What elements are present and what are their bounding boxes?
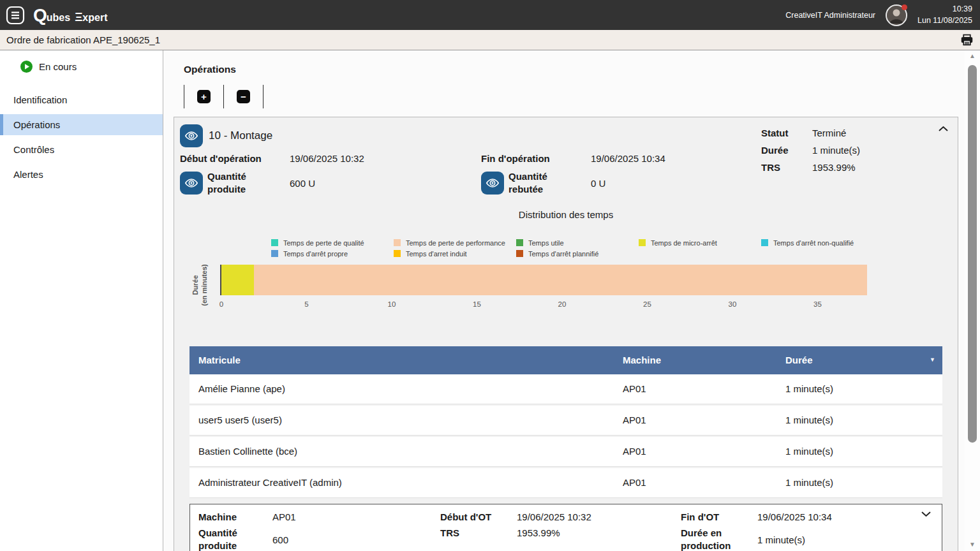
quantite-produite-ot-value: 600	[272, 534, 440, 545]
view-operation-button[interactable]	[180, 124, 203, 147]
time-distribution-chart: Durée (en minutes) 05101520253035	[174, 263, 958, 317]
table-row[interactable]: Administrateur CreativeIT (admin)AP011 m…	[189, 468, 942, 498]
logged-in-user: CreativeIT Administrateur	[785, 11, 875, 20]
collapse-operation-icon[interactable]	[938, 125, 949, 133]
sidebar: En cours Identification Opérations Contr…	[0, 50, 163, 551]
fin-operation-value: 19/06/2025 10:34	[591, 153, 782, 164]
sidebar-item-controles[interactable]: Contrôles	[0, 139, 163, 160]
table-cell: AP01	[623, 446, 785, 457]
operation-card: 10 - Montage Début d'opération 19/06/202…	[174, 117, 958, 551]
clock-time: 10:39	[917, 4, 972, 15]
column-header-matricule[interactable]: Matricule	[198, 355, 623, 365]
table-row[interactable]: user5 user5 (user5)AP011 minute(s)	[189, 406, 942, 436]
legend-label: Temps d'arret induit	[406, 250, 467, 258]
toolbar-separator	[184, 85, 184, 108]
sort-triangle-icon[interactable]: ▼	[930, 356, 935, 363]
legend-label: Temps d'arrêt non-qualifié	[773, 239, 854, 247]
quantite-produite-ot-label: Quantité produite	[198, 527, 259, 551]
operation-status-block: Statut Terminé Durée 1 minute(s) TRS 195…	[761, 128, 928, 173]
legend-swatch-icon	[394, 239, 401, 246]
table-cell: Bastien Collinette (bce)	[198, 446, 623, 457]
status-en-cours: En cours	[20, 61, 163, 73]
legend-swatch-icon	[639, 239, 646, 246]
view-quantite-rebutee-button[interactable]	[481, 172, 504, 195]
x-axis-tick: 10	[388, 300, 396, 308]
scroll-up-icon[interactable]: ▲	[969, 52, 976, 59]
legend-label: Temps de perte de qualité	[283, 239, 364, 247]
legend-swatch-icon	[271, 250, 278, 257]
expand-machine-panel-icon[interactable]	[921, 510, 932, 518]
sidebar-item-operations[interactable]: Opérations	[0, 114, 163, 135]
table-cell: 1 minute(s)	[785, 383, 942, 394]
legend-label: Temps de perte de performance	[406, 239, 505, 247]
menu-icon[interactable]	[5, 5, 26, 26]
logo-q: Q	[33, 5, 47, 26]
duree-value: 1 minute(s)	[812, 145, 928, 156]
table-cell: AP01	[623, 383, 785, 394]
scroll-down-icon[interactable]: ▼	[969, 541, 976, 548]
debut-ot-value: 19/06/2025 10:32	[517, 511, 681, 522]
legend-label: Temps d'arrêt plannifié	[528, 250, 598, 258]
top-bar: Q ubes Ξ xpert CreativeIT Administrateur…	[0, 0, 980, 30]
clock-date: Lun 11/08/2025	[917, 15, 972, 27]
section-heading: Opérations	[184, 64, 980, 75]
trs-ot-value: 1953.99%	[517, 527, 681, 538]
table-cell: Amélie Pianne (ape)	[198, 383, 623, 394]
machine-panel: Machine AP01 Quantité produite 600 Début…	[189, 504, 942, 551]
logo-xpert: xpert	[82, 12, 107, 24]
statut-label: Statut	[761, 128, 812, 138]
fin-ot-value: 19/06/2025 10:34	[757, 511, 942, 522]
fin-operation-label: Fin d'opération	[481, 153, 591, 164]
toolbar-separator	[263, 85, 264, 108]
x-axis-tick: 35	[813, 300, 822, 308]
scrollbar-thumb[interactable]	[968, 65, 977, 443]
legend-label: Temps de micro-arrêt	[651, 239, 717, 247]
operations-toolbar: + −	[184, 85, 980, 108]
chart-title: Distribution des temps	[174, 209, 958, 220]
bar-segment	[221, 265, 254, 295]
statut-value: Terminé	[812, 128, 928, 138]
table-row[interactable]: Amélie Pianne (ape)AP011 minute(s)	[189, 374, 942, 404]
play-icon	[20, 61, 33, 73]
legend-swatch-icon	[516, 250, 523, 257]
column-header-machine[interactable]: Machine	[623, 355, 785, 365]
column-header-duree[interactable]: Durée	[785, 355, 942, 365]
debut-operation-label: Début d'opération	[180, 153, 290, 164]
add-operation-button[interactable]: +	[197, 90, 211, 103]
trs-ot-label: TRS	[440, 527, 517, 540]
legend-item: Temps utile	[516, 239, 639, 247]
debut-ot-label: Début d'OT	[440, 511, 517, 524]
x-axis-tick: 5	[304, 300, 308, 308]
page-title: Ordre de fabrication APE_190625_1	[6, 34, 160, 45]
main-content: Opérations + − 10 - Mon	[163, 50, 980, 551]
legend-item: Temps d'arrêt plannifié	[516, 250, 639, 258]
print-icon[interactable]	[960, 33, 974, 47]
quantite-rebutee-value: 0 U	[591, 178, 782, 189]
bar-segment	[254, 265, 867, 295]
machine-value: AP01	[272, 511, 440, 522]
legend-swatch-icon	[761, 239, 768, 246]
operation-header: 10 - Montage Début d'opération 19/06/202…	[174, 117, 958, 204]
legend-item: Temps de perte de qualité	[271, 239, 394, 247]
user-avatar[interactable]	[886, 4, 907, 26]
table-row[interactable]: Bastien Collinette (bce)AP011 minute(s)	[189, 437, 942, 467]
duree-production-value: 1 minute(s)	[757, 534, 942, 545]
remove-operation-button[interactable]: −	[237, 90, 250, 103]
table-cell: Administrateur CreativeIT (admin)	[198, 477, 623, 488]
toolbar-separator	[223, 85, 224, 108]
operators-table: Matricule Machine Durée ▼ Amélie Pianne …	[189, 346, 942, 498]
chart-legend: Temps de perte de qualitéTemps de perte …	[271, 239, 958, 258]
x-axis-tick: 0	[219, 300, 223, 308]
vertical-scrollbar[interactable]: ▲ ▼	[965, 50, 980, 551]
legend-item: Temps de perte de performance	[394, 239, 516, 247]
legend-item: Temps d'arrêt non-qualifié	[761, 239, 884, 247]
debut-operation-value: 19/06/2025 10:32	[290, 153, 481, 164]
sidebar-item-identification[interactable]: Identification	[0, 89, 163, 110]
legend-label: Temps d'arrêt propre	[283, 250, 348, 258]
quantite-produite-label: Quantité produite	[207, 170, 258, 196]
sidebar-item-alertes[interactable]: Alertes	[0, 164, 163, 185]
chart-plot: 05101520253035	[220, 265, 953, 295]
x-axis-tick: 25	[643, 300, 651, 308]
view-quantite-produite-button[interactable]	[180, 172, 203, 195]
quantite-produite-value: 600 U	[290, 178, 481, 189]
